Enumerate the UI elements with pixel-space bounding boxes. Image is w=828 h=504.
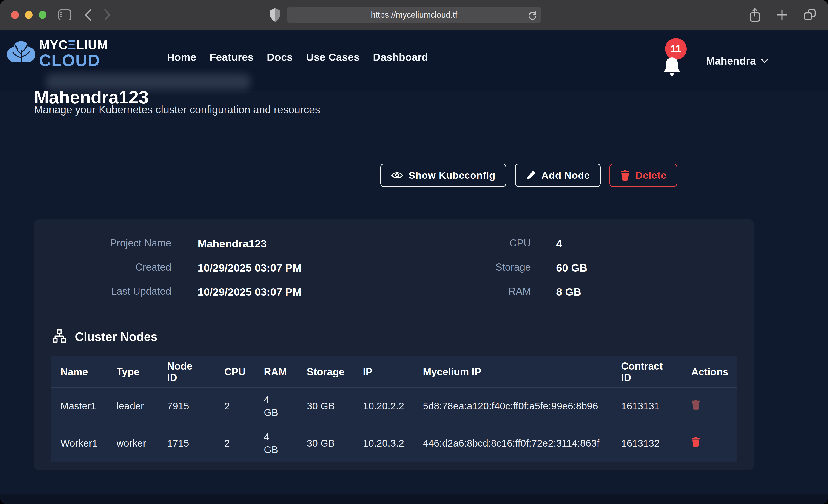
nav-features[interactable]: Features [210, 51, 254, 64]
node-row-master1: Master1 leader 7915 2 4 GB 30 GB 10.20.2… [50, 387, 737, 425]
page-subtitle: Manage your Kubernetes cluster configura… [34, 103, 320, 116]
app-header: MYCΞLIUM CLOUD Home Features Docs Use Ca… [0, 30, 828, 91]
brand-wordmark: MYCΞLIUM CLOUD [39, 39, 108, 69]
tab-overview-icon[interactable] [803, 8, 817, 22]
privacy-shield-icon[interactable] [267, 0, 283, 30]
mycelium-cloud-logo-icon [6, 40, 36, 68]
nav-dashboard[interactable]: Dashboard [373, 51, 428, 64]
col-actions: Actions [691, 366, 728, 377]
created-value: 10/29/2025 03:07 PM [198, 261, 301, 274]
pencil-icon [526, 170, 536, 180]
cpu-value: 4 [556, 237, 562, 250]
user-name: Mahendra [706, 55, 756, 67]
nav-home[interactable]: Home [167, 51, 196, 64]
page-footer [0, 494, 828, 504]
storage-value: 60 GB [556, 261, 587, 274]
trash-icon [691, 436, 700, 447]
show-kubeconfig-button[interactable]: Show Kubeconfig [380, 164, 506, 187]
info-label: Project Name [34, 237, 171, 249]
cluster-actions: Show Kubeconfig Add Node Delete [380, 164, 677, 187]
col-cpu: CPU [224, 366, 246, 377]
zoom-window-button[interactable] [39, 11, 46, 19]
chevron-down-icon [760, 58, 769, 64]
col-name: Name [60, 366, 88, 377]
reload-icon[interactable] [527, 9, 538, 20]
url-text: https://myceliumcloud.tf [371, 10, 457, 20]
table-header-row: Name Node IDType Node ID CPU RAM Storage… [50, 356, 737, 387]
col-ram: RAM [264, 366, 287, 377]
window-controls [11, 11, 46, 19]
delete-cluster-button[interactable]: Delete [610, 164, 677, 187]
close-window-button[interactable] [11, 11, 19, 19]
ram-value: 8 GB [556, 286, 581, 298]
col-contract-id: Contract ID [621, 361, 668, 383]
notifications-button[interactable]: 11 [662, 30, 696, 91]
col-node-id: Node ID [167, 361, 197, 383]
col-storage: Storage [307, 366, 344, 377]
info-label: CPU [394, 237, 531, 249]
user-menu[interactable]: Mahendra [706, 55, 769, 67]
network-nodes-icon [52, 329, 67, 344]
col-ip: IP [363, 366, 373, 377]
trash-icon [691, 399, 700, 410]
cluster-info-card: Project Name Mahendra123 CPU 4 Created 1… [34, 219, 754, 470]
info-label: Storage [394, 261, 531, 273]
back-button[interactable] [80, 0, 96, 30]
delete-node-button[interactable] [691, 436, 700, 447]
add-node-button[interactable]: Add Node [515, 164, 601, 187]
info-label: Created [34, 261, 171, 273]
sidebar-toggle-icon[interactable] [55, 0, 74, 30]
main-nav: Home Features Docs Use Cases Dashboard [167, 51, 428, 64]
browser-window: https://myceliumcloud.tf [0, 0, 828, 504]
eye-icon [391, 171, 403, 180]
brand-logo[interactable]: MYCΞLIUM CLOUD [6, 39, 108, 69]
nav-docs[interactable]: Docs [267, 51, 293, 64]
info-label: RAM [394, 286, 531, 297]
info-label: Last Updated [34, 286, 171, 297]
cluster-nodes-heading: Cluster Nodes [52, 329, 157, 344]
trash-icon [620, 170, 630, 181]
col-type: Type [117, 366, 139, 378]
delete-node-button[interactable] [691, 399, 700, 410]
share-icon[interactable] [749, 8, 761, 22]
nodes-table: Name Node IDType Node ID CPU RAM Storage… [50, 356, 737, 462]
header-blur-smudge [46, 74, 250, 90]
forward-button[interactable] [99, 0, 115, 30]
browser-toolbar: https://myceliumcloud.tf [0, 0, 828, 30]
nav-use-cases[interactable]: Use Cases [306, 51, 360, 64]
minimize-window-button[interactable] [25, 11, 33, 19]
node-row-worker1: Worker1 worker 1715 2 4 GB 30 GB 10.20.3… [50, 425, 737, 462]
new-tab-icon[interactable] [776, 9, 788, 21]
address-bar[interactable]: https://myceliumcloud.tf [287, 7, 541, 23]
page-content: Mahendra123 Manage your Kubernetes clust… [0, 30, 828, 504]
project-name-value: Mahendra123 [198, 237, 266, 250]
last-updated-value: 10/29/2025 03:07 PM [198, 286, 301, 298]
col-mycelium-ip: Mycelium IP [423, 366, 481, 377]
bell-icon [662, 56, 681, 78]
